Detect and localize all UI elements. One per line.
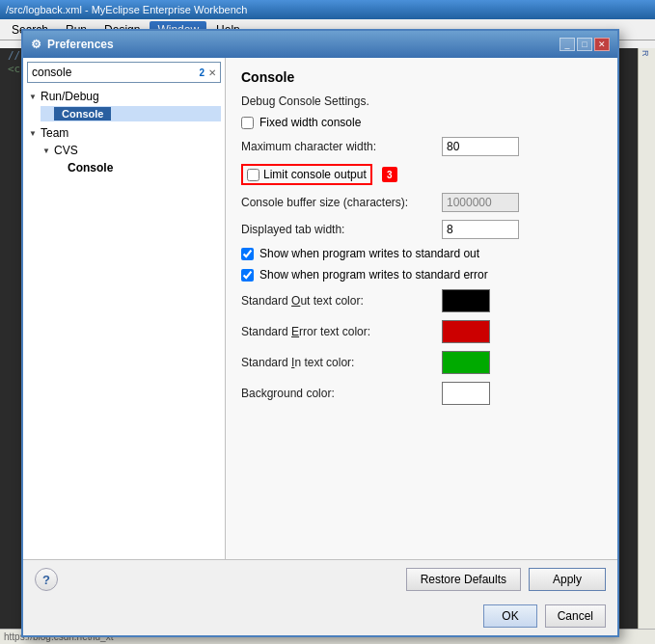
dialog-title-area: ⚙ Preferences [31, 38, 114, 51]
tree-arrow-cvs: ▼ [42, 147, 54, 155]
stdin-color-row: Standard In text color: [241, 351, 602, 374]
show-stdout-row: Show when program writes to standard out [241, 247, 602, 260]
limit-output-checkbox[interactable] [247, 169, 259, 181]
search-count: 2 [199, 67, 205, 78]
dialog-icon: ⚙ [31, 38, 41, 51]
tree-arrow-team: ▼ [29, 129, 41, 138]
search-clear-icon[interactable]: ✕ [208, 67, 216, 78]
window-titlebar: /src/logback.xml - MyEclipse Enterprise … [0, 0, 655, 19]
background-color-swatch[interactable] [442, 382, 490, 405]
eclipse-window: /src/logback.xml - MyEclipse Enterprise … [0, 0, 655, 644]
max-char-label: Maximum character width: [241, 140, 434, 153]
dialog-footer: ? Restore Defaults Apply [23, 559, 617, 599]
restore-defaults-button[interactable]: Restore Defaults [406, 568, 521, 591]
settings-panel: Console Debug Console Settings. Fixed wi… [226, 58, 617, 559]
tree-label-console-1: Console [54, 107, 111, 121]
annotation-badge-3: 3 [382, 167, 397, 182]
stdin-color-swatch[interactable] [442, 351, 490, 374]
search-box: 2 ✕ [27, 62, 221, 83]
stdin-color-label: Standard In text color: [241, 356, 434, 369]
cancel-button[interactable]: Cancel [545, 604, 606, 628]
tree-item-cvs[interactable]: ▼ CVS [41, 143, 221, 158]
show-stderr-row: Show when program writes to standard err… [241, 268, 602, 282]
tree-item-run-debug[interactable]: ▼ Run/Debug [27, 89, 221, 104]
search-input[interactable] [32, 66, 199, 79]
show-stderr-label: Show when program writes to standard err… [259, 268, 488, 282]
dialog-minimize-button[interactable]: _ [559, 38, 575, 51]
show-stdout-checkbox[interactable] [241, 248, 254, 260]
tab-width-row: Displayed tab width: [241, 220, 602, 239]
tree-item-console-2[interactable]: Console [54, 160, 221, 175]
show-stderr-checkbox[interactable] [241, 269, 254, 282]
buffer-size-label: Console buffer size (characters): [241, 196, 434, 209]
stdout-color-row: Standard Out text color: [241, 289, 602, 312]
fixed-width-row: Fixed width console [241, 116, 602, 129]
dialog-title-text: Preferences [47, 38, 114, 51]
tree-label-console-2: Console [68, 161, 113, 174]
limit-output-highlight: Limit console output [241, 164, 372, 185]
tree-item-team[interactable]: ▼ Team [27, 125, 221, 141]
help-area: ? [35, 568, 58, 591]
tree-label-team: Team [41, 126, 68, 140]
preferences-dialog: ⚙ Preferences _ □ ✕ 2 ✕ ▼ [21, 29, 619, 637]
window-title: /src/logback.xml - MyEclipse Enterprise … [6, 4, 247, 15]
tab-width-input[interactable] [442, 220, 519, 239]
nav-sidebar: R [638, 48, 655, 644]
limit-output-row: Limit console output 3 [241, 164, 602, 185]
help-button[interactable]: ? [35, 568, 58, 591]
tree-arrow-run-debug: ▼ [29, 93, 41, 101]
ok-cancel-row: OK Cancel [23, 599, 617, 635]
apply-button[interactable]: Apply [529, 568, 606, 591]
dialog-close-button[interactable]: ✕ [594, 38, 610, 51]
stderr-color-label: Standard Error text color: [241, 325, 434, 338]
dialog-maximize-button[interactable]: □ [577, 38, 592, 51]
footer-right: Restore Defaults Apply [406, 568, 606, 591]
tab-width-label: Displayed tab width: [241, 223, 434, 236]
tree-panel: 2 ✕ ▼ Run/Debug Console ▼ Team ▼ [23, 58, 226, 559]
stdout-color-label: Standard Out text color: [241, 294, 434, 308]
buffer-size-input[interactable] [442, 193, 519, 212]
tree-item-console-1[interactable]: Console [41, 106, 221, 121]
fixed-width-checkbox[interactable] [241, 117, 254, 129]
show-stdout-label: Show when program writes to standard out [259, 247, 479, 260]
dialog-titlebar: ⚙ Preferences _ □ ✕ [23, 31, 617, 58]
stderr-color-row: Standard Error text color: [241, 320, 602, 343]
background-color-row: Background color: [241, 382, 602, 405]
ok-button[interactable]: OK [483, 604, 536, 628]
max-char-input[interactable] [442, 137, 519, 156]
section-title: Console [241, 69, 602, 85]
subsection-title: Debug Console Settings. [241, 94, 602, 108]
dialog-controls: _ □ ✕ [559, 38, 610, 51]
background-color-label: Background color: [241, 387, 434, 400]
buffer-size-row: Console buffer size (characters): [241, 193, 602, 212]
stderr-color-swatch[interactable] [442, 320, 490, 343]
tree-label-cvs: CVS [54, 144, 78, 157]
tree-label-run-debug: Run/Debug [41, 90, 99, 103]
max-char-row: Maximum character width: [241, 137, 602, 156]
fixed-width-label: Fixed width console [259, 116, 361, 129]
dialog-body: 2 ✕ ▼ Run/Debug Console ▼ Team ▼ [23, 58, 617, 559]
stdout-color-swatch[interactable] [442, 289, 490, 312]
limit-output-label: Limit console output [263, 168, 367, 181]
